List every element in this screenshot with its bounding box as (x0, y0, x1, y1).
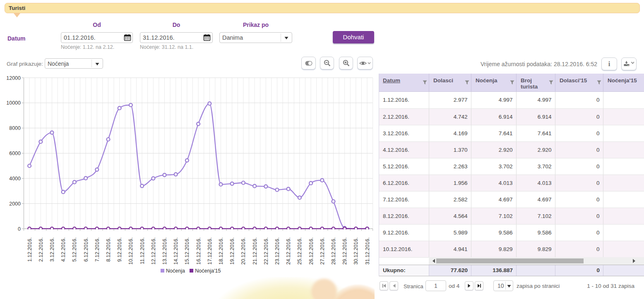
svg-text:28.12.2016.: 28.12.2016. (331, 237, 336, 265)
svg-text:8.12.2016.: 8.12.2016. (106, 237, 111, 262)
svg-text:22.12.2016.: 22.12.2016. (263, 237, 269, 265)
svg-text:6.12.2016.: 6.12.2016. (83, 237, 89, 262)
svg-text:10.12.2016.: 10.12.2016. (128, 237, 134, 265)
svg-text:26.12.2016.: 26.12.2016. (308, 237, 314, 265)
svg-text:16.12.2016.: 16.12.2016. (196, 237, 202, 265)
svg-text:0: 0 (18, 226, 21, 232)
svg-text:9.12.2016.: 9.12.2016. (117, 237, 123, 262)
svg-text:15.12.2016.: 15.12.2016. (184, 237, 190, 265)
svg-text:1.12.2016.: 1.12.2016. (27, 237, 33, 262)
svg-text:25.12.2016.: 25.12.2016. (297, 237, 303, 265)
svg-text:20.12.2016.: 20.12.2016. (240, 237, 246, 265)
svg-text:18.12.2016.: 18.12.2016. (218, 237, 224, 265)
svg-text:17.12.2016.: 17.12.2016. (207, 237, 213, 265)
svg-text:11.12.2016.: 11.12.2016. (139, 237, 145, 264)
svg-text:29.12.2016.: 29.12.2016. (342, 237, 348, 265)
svg-text:2.12.2016.: 2.12.2016. (38, 237, 44, 262)
svg-text:7.12.2016.: 7.12.2016. (94, 237, 100, 262)
svg-text:23.12.2016.: 23.12.2016. (274, 237, 280, 265)
svg-text:21.12.2016.: 21.12.2016. (252, 237, 258, 265)
svg-text:19.12.2016.: 19.12.2016. (229, 237, 235, 265)
svg-text:12000: 12000 (6, 75, 21, 81)
svg-text:3.12.2016.: 3.12.2016. (49, 237, 55, 262)
svg-text:10000: 10000 (6, 100, 21, 106)
svg-text:24.12.2016.: 24.12.2016. (286, 237, 291, 265)
svg-text:6000: 6000 (9, 151, 21, 156)
svg-text:31.12.2016.: 31.12.2016. (365, 237, 370, 265)
svg-text:8000: 8000 (9, 125, 21, 131)
svg-text:30.12.2016.: 30.12.2016. (353, 237, 359, 265)
svg-text:14.12.2016.: 14.12.2016. (173, 237, 179, 265)
svg-text:13.12.2016.: 13.12.2016. (162, 237, 168, 265)
svg-text:5.12.2016.: 5.12.2016. (72, 237, 77, 262)
svg-text:12.12.2016.: 12.12.2016. (151, 237, 156, 265)
svg-text:4.12.2016.: 4.12.2016. (60, 237, 66, 262)
svg-text:27.12.2016.: 27.12.2016. (320, 237, 325, 265)
svg-text:2000: 2000 (9, 201, 21, 207)
svg-text:4000: 4000 (9, 176, 21, 182)
